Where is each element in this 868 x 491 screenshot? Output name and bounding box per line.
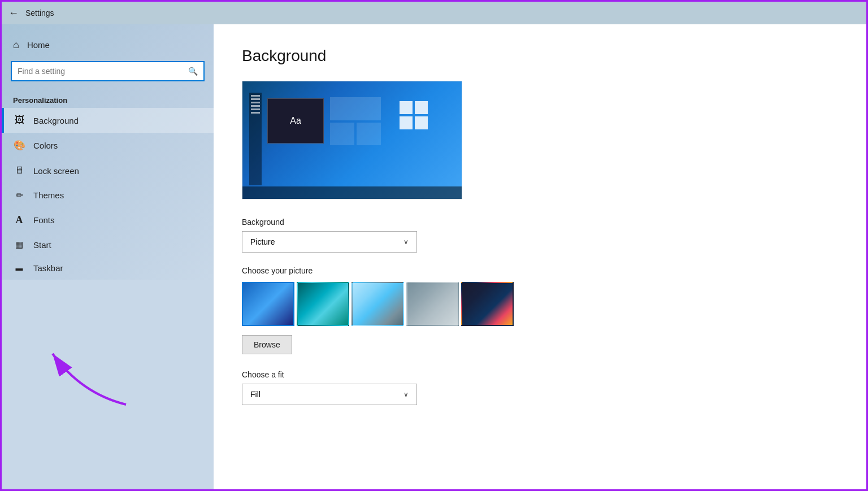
preview-sidebar-line (251, 112, 260, 114)
fonts-icon: A (13, 214, 25, 226)
background-setting-label: Background (242, 218, 838, 227)
browse-button[interactable]: Browse (242, 335, 292, 354)
preview-tile-wide (330, 97, 381, 120)
win-pane (415, 116, 428, 129)
fit-setting-label: Choose a fit (242, 370, 838, 379)
picture-thumbnail-3[interactable] (351, 282, 404, 326)
background-dropdown-value: Picture (250, 237, 275, 246)
sidebar: ⌂ Home 🔍 Personalization 🖼 Background 🎨 (2, 24, 214, 280)
content-area: ⌂ Home 🔍 Personalization 🖼 Background 🎨 (2, 24, 866, 489)
background-preview: Aa (242, 81, 462, 199)
page-title: Background (242, 47, 838, 65)
preview-window: Aa (267, 98, 324, 144)
search-icon: 🔍 (183, 67, 203, 76)
preview-tile (330, 123, 354, 146)
fit-dropdown-value: Fill (250, 390, 261, 399)
preview-windows-logo (400, 101, 428, 129)
sidebar-item-start[interactable]: ▦ Start (2, 233, 214, 257)
sidebar-item-fonts[interactable]: A Fonts (2, 207, 214, 233)
sidebar-item-themes[interactable]: ✏ Themes (2, 183, 214, 207)
preview-sidebar-line (251, 105, 260, 107)
win-pane (400, 101, 413, 114)
start-icon: ▦ (13, 240, 25, 250)
preview-sidebar-line (251, 102, 260, 103)
fonts-label: Fonts (33, 215, 55, 225)
picture-thumbnail-5[interactable] (461, 282, 514, 326)
colors-icon: 🎨 (13, 140, 25, 151)
chevron-down-icon-2: ∨ (403, 390, 409, 398)
taskbar-label: Taskbar (33, 263, 63, 273)
preview-sidebar-line (251, 108, 260, 110)
preview-sidebar-line (251, 95, 260, 97)
sidebar-item-taskbar[interactable]: ▬ Taskbar (2, 257, 214, 280)
back-button[interactable]: ← (8, 8, 19, 18)
lock-screen-icon: 🖥 (13, 165, 25, 176)
main-content: Background Aa (214, 24, 866, 489)
sidebar-item-colors[interactable]: 🎨 Colors (2, 133, 214, 158)
start-label: Start (33, 240, 51, 250)
annotation-arrow (36, 342, 137, 410)
background-dropdown[interactable]: Picture ∨ (242, 231, 417, 253)
section-label: Personalization (2, 93, 214, 108)
choose-picture-label: Choose your picture (242, 266, 838, 275)
colors-label: Colors (33, 141, 58, 150)
picture-thumbnail-2[interactable] (297, 282, 349, 326)
search-box: 🔍 (11, 61, 205, 81)
picture-thumbnail-4[interactable] (406, 282, 459, 326)
sidebar-item-home[interactable]: ⌂ Home (2, 33, 214, 57)
sidebar-item-background[interactable]: 🖼 Background (2, 108, 214, 133)
home-label: Home (27, 40, 50, 50)
preview-sidebar (249, 93, 262, 185)
sidebar-item-lock-screen[interactable]: 🖥 Lock screen (2, 158, 214, 183)
fit-dropdown[interactable]: Fill ∨ (242, 384, 417, 405)
win-pane (415, 101, 428, 114)
titlebar-title: Settings (25, 8, 54, 18)
taskbar-icon: ▬ (13, 264, 25, 272)
titlebar: ← Settings (2, 2, 866, 24)
lock-screen-label: Lock screen (33, 166, 79, 176)
themes-label: Themes (33, 190, 64, 200)
search-input[interactable] (12, 62, 183, 80)
picture-grid (242, 282, 838, 326)
background-label: Background (33, 116, 79, 125)
preview-sidebar-line (251, 98, 260, 100)
win-pane (400, 116, 413, 129)
preview-tiles (330, 97, 381, 145)
settings-window: ← Settings ⌂ Home 🔍 Personalization (2, 2, 866, 489)
preview-aa-text: Aa (290, 116, 301, 126)
themes-icon: ✏ (13, 190, 25, 201)
home-icon: ⌂ (13, 39, 19, 51)
preview-taskbar (242, 186, 462, 199)
picture-thumbnail-1[interactable] (242, 282, 294, 326)
chevron-down-icon: ∨ (403, 238, 409, 246)
preview-tile (357, 123, 381, 146)
background-icon: 🖼 (13, 115, 25, 126)
